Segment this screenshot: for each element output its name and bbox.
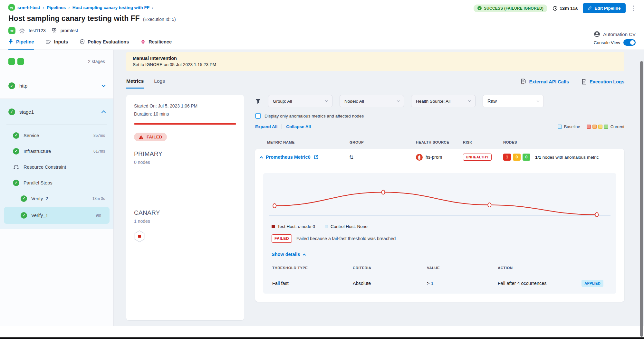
- edit-pipeline-button[interactable]: Edit Pipeline: [583, 3, 625, 13]
- control-host-label: Control Host: None: [331, 224, 368, 229]
- breadcrumb-pipelines[interactable]: Pipelines: [47, 5, 66, 10]
- show-details-link[interactable]: Show details: [268, 252, 611, 257]
- console-view-control: Console View: [594, 39, 636, 50]
- sidebar-step-parallel-steps[interactable]: ✓ Parallel Steps: [0, 175, 113, 191]
- stages-sidebar: 2 stages ✓ http ✓ stage1 ✓ Service 857ms: [0, 50, 114, 326]
- banner-title: Manual Intervention: [133, 56, 618, 61]
- vertical-scrollbar[interactable]: [640, 61, 643, 337]
- control-host-swatch: [325, 225, 328, 228]
- metric-accordion-card: Prometheus Metric0 f1: [255, 149, 624, 302]
- page-header: ∞ srm-hf-test › Pipelines › Host samplin…: [0, 0, 644, 34]
- pipeline-icon: [8, 39, 13, 44]
- collapse-all-link[interactable]: Collapse All: [286, 124, 311, 129]
- success-check-icon: ✓: [21, 195, 27, 202]
- panel-tabs: Metrics Logs API External API Calls: [126, 78, 624, 89]
- chevron-down-icon: [397, 99, 399, 102]
- gear-icon: [19, 28, 25, 34]
- console-view-toggle[interactable]: [623, 39, 636, 46]
- manual-intervention-banner: Manual Intervention Set to IGNORE on 05-…: [126, 52, 624, 71]
- tab-metrics[interactable]: Metrics: [126, 78, 144, 89]
- breadcrumb-project[interactable]: srm-hf-test: [17, 5, 40, 10]
- health-connector-name: promtest: [61, 28, 78, 33]
- breadcrumb-separator: ›: [152, 5, 154, 10]
- group-filter-dropdown[interactable]: Group: All: [268, 95, 332, 107]
- breadcrumb-pipeline-name[interactable]: Host sampling canary testing with FF: [72, 5, 149, 10]
- stage-square-icon: [17, 58, 24, 65]
- stage-square-icon: [8, 58, 15, 65]
- sidebar-step-verify1[interactable]: ✓ Verify_1 9m: [4, 207, 110, 224]
- stages-summary: 2 stages: [0, 50, 113, 73]
- chevron-up-icon: [303, 254, 306, 257]
- failed-node-square: [138, 235, 141, 238]
- more-options-menu[interactable]: [631, 5, 636, 12]
- tab-logs[interactable]: Logs: [154, 78, 165, 89]
- tab-pipeline[interactable]: Pipeline: [8, 39, 34, 50]
- success-check-icon: ✓: [8, 108, 15, 115]
- sidebar-stage-stage1[interactable]: ✓ stage1: [0, 99, 113, 125]
- failed-badge: FAILED: [272, 234, 292, 243]
- run-info-card: Started On: Jul 5, 2023 1:06 PM Duration…: [126, 95, 244, 320]
- metric-name-link[interactable]: Prometheus Metric0: [266, 155, 311, 160]
- collapse-row-chevron[interactable]: [259, 156, 263, 160]
- filter-funnel-icon: [255, 99, 261, 104]
- started-on: Started On: Jul 5, 2023 1:06 PM: [134, 104, 236, 108]
- document-icon: [582, 79, 587, 85]
- window-bottom-edge: [0, 337, 644, 339]
- step-details-panel: Manual Intervention Set to IGNORE on 05-…: [114, 50, 644, 326]
- primary-node-count: 0 nodes: [134, 160, 236, 165]
- chevron-down-icon: [325, 99, 328, 102]
- external-api-calls-link[interactable]: API External API Calls: [521, 79, 569, 85]
- user-menu[interactable]: Automation CV: [594, 31, 636, 37]
- primary-group-label: PRIMARY: [134, 150, 236, 157]
- title-row: Host sampling canary testing with FF (Ex…: [8, 14, 636, 23]
- execution-logs-link[interactable]: Execution Logs: [582, 79, 624, 85]
- health-connector-icon: [51, 28, 57, 33]
- sidebar-step-resource-constraint[interactable]: Resource Constraint: [0, 159, 113, 175]
- threshold-value: > 1: [427, 281, 498, 286]
- execution-id: (Execution Id: 5): [143, 17, 176, 22]
- pencil-icon: [588, 6, 592, 10]
- anomalous-checkbox-label: Display only anomalous metrics and affec…: [264, 114, 364, 118]
- success-check-icon: ✓: [13, 180, 19, 186]
- threshold-table-header: THRESHOLD TYPE CRITERIA VALUE ACTION: [268, 266, 611, 270]
- warning-triangle-icon: [139, 135, 144, 139]
- prometheus-icon: [416, 154, 423, 161]
- canary-node-hexagon[interactable]: [134, 230, 145, 242]
- run-duration: Duration: 10 mins: [134, 112, 236, 117]
- divider: [282, 124, 282, 129]
- anomalous-only-checkbox[interactable]: [255, 113, 261, 119]
- failure-message: Failed because a fail-fast threshold was…: [296, 236, 396, 241]
- main-tabbar: Pipeline Inputs Policy Evaluations: [0, 39, 644, 50]
- metrics-filters: Group: All Nodes: All Health Source: All…: [255, 95, 624, 107]
- health-source-filter-dropdown[interactable]: Health Source: All: [411, 95, 476, 107]
- tab-policy-evaluations[interactable]: Policy Evaluations: [80, 39, 129, 50]
- sidebar-stage1-section: ✓ stage1 ✓ Service 857ms ✓ Infrastructur…: [0, 99, 113, 229]
- failure-reason-row: FAILED Failed because a fail-fast thresh…: [268, 234, 611, 243]
- chevron-up-icon: [101, 110, 106, 115]
- data-mode-dropdown[interactable]: Raw: [483, 95, 544, 107]
- applied-badge: APPLIED: [582, 280, 603, 287]
- sidebar-step-infrastructure[interactable]: ✓ Infrastructure 617ms: [0, 143, 113, 159]
- healthy-node-count: 0: [523, 154, 530, 161]
- external-link-icon[interactable]: [314, 155, 318, 159]
- expand-all-link[interactable]: Expand All: [255, 124, 277, 129]
- test-host-swatch: [272, 225, 275, 228]
- divider: [268, 292, 611, 292]
- tab-resilience[interactable]: Resilience: [140, 39, 172, 50]
- sidebar-step-service[interactable]: ✓ Service 857ms: [0, 127, 113, 143]
- resilience-icon: [140, 39, 146, 44]
- tab-inputs[interactable]: Inputs: [46, 39, 68, 50]
- expand-collapse-row: Expand All Collapse All Baseline: [255, 124, 624, 129]
- nodes-filter-dropdown[interactable]: Nodes: All: [340, 95, 404, 107]
- stages-count: 2 stages: [88, 59, 105, 64]
- metric-detail-panel: Test Host: c-node-0 Control Host: None F…: [263, 173, 616, 294]
- panel-links: API External API Calls Execution Logs: [521, 79, 624, 89]
- sidebar-step-verify2[interactable]: ✓ Verify_2 13m 3s: [0, 191, 113, 206]
- current-swatches: [587, 125, 608, 129]
- panel-body: Started On: Jul 5, 2023 1:06 PM Duration…: [126, 95, 624, 320]
- api-document-icon: API: [521, 79, 526, 85]
- breadcrumb-separator: ›: [43, 5, 44, 10]
- user-name: Automation CV: [603, 32, 636, 37]
- sidebar-stage-http[interactable]: ✓ http: [0, 73, 113, 99]
- resource-constraint-icon: [13, 164, 19, 170]
